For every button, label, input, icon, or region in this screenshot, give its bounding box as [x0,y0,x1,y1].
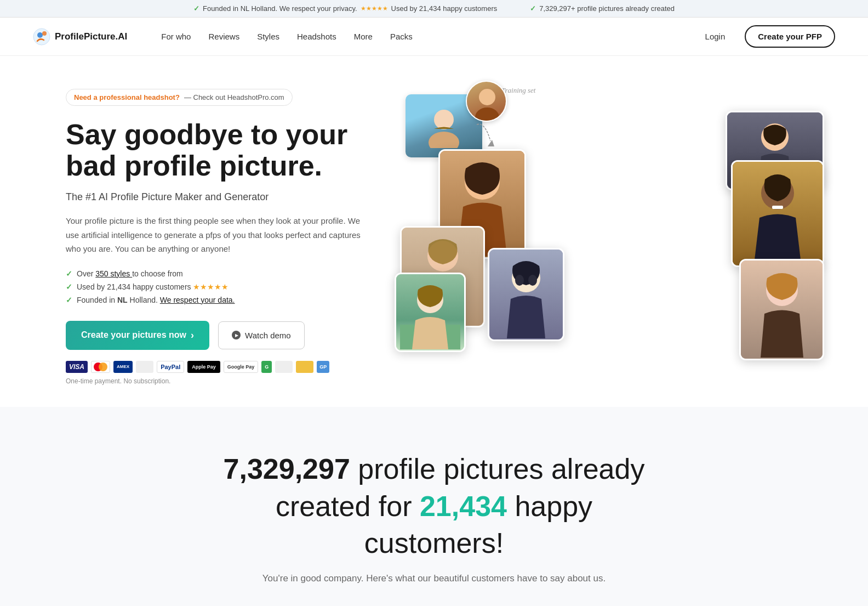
login-button[interactable]: Login [696,27,734,46]
svg-point-4 [429,132,459,148]
svg-rect-11 [772,206,783,209]
banner-item-1: ✓ Founded in NL Holland. We respect your… [193,4,497,13]
svg-point-3 [434,110,454,129]
logo-text: ProfilePicture.AI [55,31,127,42]
banner-customers: Used by 21,434 happy customers [391,4,498,13]
logo[interactable]: ProfilePicture.AI [33,28,127,46]
stats-text-3: happy [515,490,592,522]
cta-row: Create your pictures now › ▶ Watch demo [66,321,373,350]
payment-icon-8 [275,361,293,373]
training-small-person [467,82,507,122]
paypal-icon: PayPal [157,361,184,373]
bullet-styles: ✓ Over 350 styles to choose from [66,269,373,278]
gen-photo-6 [739,259,824,360]
stats-number-2: 21,434 [420,490,507,522]
mastercard-icon [91,361,110,373]
watch-demo-label: Watch demo [245,331,291,340]
check-icon-2: ✓ [530,4,536,13]
nav-packs[interactable]: Packs [384,29,419,44]
cta-arrow-icon: › [191,330,194,341]
check-bullet-1: ✓ [66,269,72,278]
svg-marker-7 [488,140,494,146]
headshot-promo-label: Need a professional headshot? [74,93,180,101]
stats-text-2: created for [276,490,412,522]
hero-right: Training set [395,78,835,363]
data-link[interactable]: We respect your data. [160,296,235,304]
check-bullet-3: ✓ [66,296,72,304]
hero-bullets: ✓ Over 350 styles to choose from ✓ Used … [66,269,373,304]
payment-icon-10: GP [317,361,329,373]
create-pictures-button[interactable]: Create your pictures now › [66,321,209,350]
bullet-customers-text: Used by 21,434 happy customers ★★★★★ [77,282,229,291]
applepay-icon: Apple Pay [187,361,220,373]
headshot-promo-link[interactable]: Need a professional headshot? [74,93,180,101]
nav-styles[interactable]: Styles [250,29,286,44]
stats-number-1: 7,329,297 [224,453,350,485]
bullet-customers: ✓ Used by 21,434 happy customers ★★★★★ [66,282,373,291]
main-nav: For who Reviews Styles Headshots More Pa… [155,29,696,44]
stats-subtitle: You're in good company. Here's what our … [33,573,835,584]
gen-person-5 [493,251,559,338]
gpay-icon: G [261,361,272,373]
svg-point-15 [528,275,537,286]
check-bullet-2: ✓ [66,282,72,291]
styles-link[interactable]: 350 styles [95,269,132,278]
header: ProfilePicture.AI For who Reviews Styles… [0,18,868,56]
hero-subtitle: The #1 AI Profile Picture Maker and Gene… [66,191,373,203]
create-pfp-button[interactable]: Create your PFP [745,25,835,48]
stats-text-1: profile pictures already [358,453,644,485]
gen-photo-5 [488,248,564,341]
training-person-icon [422,104,466,148]
hero-left: Need a professional headshot? — Check ou… [66,78,373,385]
play-icon: ▶ [232,331,241,339]
amex-icon: AMEX [113,361,133,373]
gen-photo-3 [731,160,824,267]
bullet-founded-text: Founded in NL Holland. We respect your d… [77,296,235,304]
payment-icon-4 [136,361,153,373]
stats-text-4: customers! [364,527,504,559]
watch-demo-button[interactable]: ▶ Watch demo [218,321,305,349]
headshot-promo: Need a professional headshot? — Check ou… [66,89,293,106]
nav-for-who[interactable]: For who [155,29,197,44]
create-pictures-label: Create your pictures now [81,330,186,340]
nav-more[interactable]: More [347,29,379,44]
stats-section: 7,329,297 profile pictures already creat… [0,407,868,606]
nav-headshots[interactable]: Headshots [290,29,343,44]
gen-person-6 [746,262,818,358]
gen-person-3 [742,163,813,264]
svg-point-2 [42,31,47,36]
training-arrow [471,119,504,152]
headshot-promo-extra: — Check out HeadshotPro.com [184,93,284,101]
banner-text-2: 7,329,297+ profile pictures already crea… [539,4,675,13]
check-icon-1: ✓ [193,4,199,13]
googlepay-icon: Google Pay [224,361,259,373]
stats-title: 7,329,297 profile pictures already creat… [33,451,835,562]
payment-icon-9 [296,361,313,373]
banner-text-1: Founded in NL Holland. We respect your p… [203,4,357,13]
banner-stars: ★★★★★ [361,5,388,12]
hero-section: Need a professional headshot? — Check ou… [0,56,868,407]
logo-icon [33,28,50,46]
hero-title-line2: bad profile picture. [66,150,322,182]
hero-title: Say goodbye to your bad profile picture. [66,119,373,182]
hero-title-line1: Say goodbye to your [66,118,347,150]
nav-reviews[interactable]: Reviews [202,29,246,44]
bullet-styles-text: Over 350 styles to choose from [77,269,183,278]
hero-desc: Your profile picture is the first thing … [66,214,373,256]
customer-stars: ★★★★★ [193,282,229,291]
svg-point-5 [479,89,495,105]
svg-point-1 [37,32,43,38]
payment-icons: VISA AMEX PayPal Apple Pay Google Pay G … [66,361,373,373]
header-right: Login Create your PFP [696,25,835,48]
one-time-payment-text: One-time payment. No subscription. [66,377,373,385]
gen-person-7 [400,275,460,349]
banner-item-2: ✓ 7,329,297+ profile pictures already cr… [530,4,675,13]
collage-container: Training set [395,78,835,363]
training-photo-small [466,81,507,122]
bullet-founded: ✓ Founded in NL Holland. We respect your… [66,296,373,304]
gen-photo-7 [395,273,466,352]
training-label: Training set [501,86,536,95]
top-banner: ✓ Founded in NL Holland. We respect your… [0,0,868,18]
visa-icon: VISA [66,361,88,373]
svg-point-14 [515,275,524,286]
